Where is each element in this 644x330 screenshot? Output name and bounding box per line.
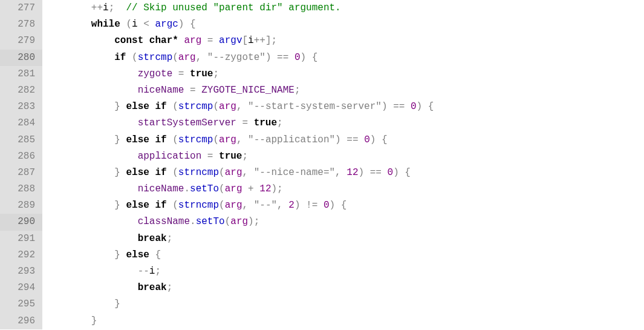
token: arg bbox=[225, 167, 242, 178]
token: "--application" bbox=[248, 134, 335, 145]
line-number: 287 bbox=[0, 165, 42, 181]
code-content: niceName.setTo(arg + 12); bbox=[42, 181, 644, 197]
token: 0 bbox=[411, 101, 417, 112]
line-number: 289 bbox=[0, 197, 42, 214]
token: i bbox=[103, 2, 109, 13]
code-line: 278 while (i < argc) { bbox=[0, 16, 644, 33]
code-content: if (strcmp(arg, "--zygote") == 0) { bbox=[42, 50, 644, 66]
token: startSystemServer bbox=[138, 117, 242, 128]
token: = bbox=[178, 68, 190, 79]
token: 0 bbox=[388, 167, 394, 178]
token bbox=[45, 134, 114, 145]
token: arg bbox=[225, 200, 242, 211]
code-content: application = true; bbox=[42, 148, 644, 165]
token: ZYGOTE_NICE_NAME bbox=[201, 85, 294, 96]
line-number: 281 bbox=[0, 66, 42, 82]
token: strncmp bbox=[178, 200, 219, 211]
code-content: } bbox=[42, 313, 644, 329]
token: true bbox=[219, 151, 242, 162]
line-number: 279 bbox=[0, 33, 42, 49]
token: ( bbox=[167, 167, 178, 178]
token: ) { bbox=[417, 101, 434, 112]
code-line: 295 } bbox=[0, 296, 644, 312]
token: break bbox=[138, 282, 167, 293]
token: } bbox=[114, 200, 126, 211]
token bbox=[45, 233, 138, 244]
code-content: ++i; // Skip unused "parent dir" argumen… bbox=[42, 0, 644, 16]
line-number: 280 bbox=[0, 50, 42, 66]
token: ) { bbox=[178, 19, 196, 30]
token: [ bbox=[242, 35, 248, 46]
token: ( bbox=[126, 52, 137, 63]
token: ; bbox=[167, 282, 173, 293]
token bbox=[45, 266, 138, 277]
token: className bbox=[138, 216, 190, 227]
token: } bbox=[114, 249, 126, 260]
line-number: 283 bbox=[0, 99, 42, 115]
token: argv bbox=[219, 35, 242, 46]
token bbox=[45, 68, 138, 79]
token bbox=[45, 101, 114, 112]
code-line: 281 zygote = true; bbox=[0, 66, 644, 82]
line-number: 290 bbox=[0, 214, 42, 230]
token: argc bbox=[155, 19, 178, 30]
token bbox=[45, 282, 138, 293]
code-line: 287 } else if (strncmp(arg, "--nice-name… bbox=[0, 165, 644, 181]
token: , bbox=[242, 200, 253, 211]
token bbox=[45, 200, 114, 211]
line-number: 292 bbox=[0, 247, 42, 263]
token: } bbox=[114, 134, 126, 145]
token: ( bbox=[225, 216, 231, 227]
token: ) == bbox=[335, 134, 364, 145]
code-line: 289 } else if (strncmp(arg, "--", 2) != … bbox=[0, 197, 644, 214]
token bbox=[45, 19, 91, 30]
code-block: 277 ++i; // Skip unused "parent dir" arg… bbox=[0, 0, 644, 329]
code-content: break; bbox=[42, 231, 644, 247]
token: ; bbox=[294, 85, 301, 96]
token: else bbox=[126, 249, 149, 260]
line-number: 296 bbox=[0, 313, 42, 329]
token: + bbox=[242, 183, 259, 194]
token: } bbox=[114, 101, 126, 112]
token: else if bbox=[126, 134, 166, 145]
code-content: className.setTo(arg); bbox=[42, 214, 644, 230]
code-line: 293 --i; bbox=[0, 263, 644, 280]
token: ) == bbox=[265, 52, 294, 63]
token: strcmp bbox=[178, 101, 213, 112]
line-number: 293 bbox=[0, 263, 42, 280]
code-content: startSystemServer = true; bbox=[42, 115, 644, 131]
token bbox=[45, 299, 114, 309]
token: niceName bbox=[138, 85, 190, 96]
token: = bbox=[190, 85, 201, 96]
code-line: 284 startSystemServer = true; bbox=[0, 115, 644, 131]
token: arg bbox=[230, 216, 248, 227]
token bbox=[45, 151, 138, 162]
token: ); bbox=[248, 216, 259, 227]
token: niceName bbox=[138, 183, 184, 194]
token: 12 bbox=[346, 167, 358, 178]
code-line: 290 className.setTo(arg); bbox=[0, 214, 644, 230]
code-content: --i; bbox=[42, 263, 644, 280]
token: "--zygote" bbox=[207, 52, 265, 63]
token: strcmp bbox=[178, 134, 213, 145]
token: ( bbox=[219, 167, 225, 178]
token: "--" bbox=[254, 200, 277, 211]
token: , bbox=[236, 134, 248, 145]
token: ) == bbox=[359, 167, 388, 178]
token: 0 bbox=[294, 52, 301, 63]
token bbox=[45, 35, 114, 46]
token: ; bbox=[242, 151, 248, 162]
code-content: } else if (strcmp(arg, "--start-system-s… bbox=[42, 99, 644, 115]
line-number: 288 bbox=[0, 181, 42, 197]
token: ; bbox=[213, 68, 219, 79]
token: ++ bbox=[91, 2, 103, 13]
token: ( bbox=[120, 19, 132, 30]
token: ( bbox=[219, 200, 225, 211]
token: , bbox=[335, 167, 346, 178]
token: arg bbox=[225, 183, 242, 194]
code-content: } else if (strncmp(arg, "--nice-name=", … bbox=[42, 165, 644, 181]
token: i bbox=[149, 266, 155, 277]
token: strcmp bbox=[138, 52, 173, 63]
token: 0 bbox=[324, 200, 330, 211]
token: } bbox=[114, 167, 126, 178]
